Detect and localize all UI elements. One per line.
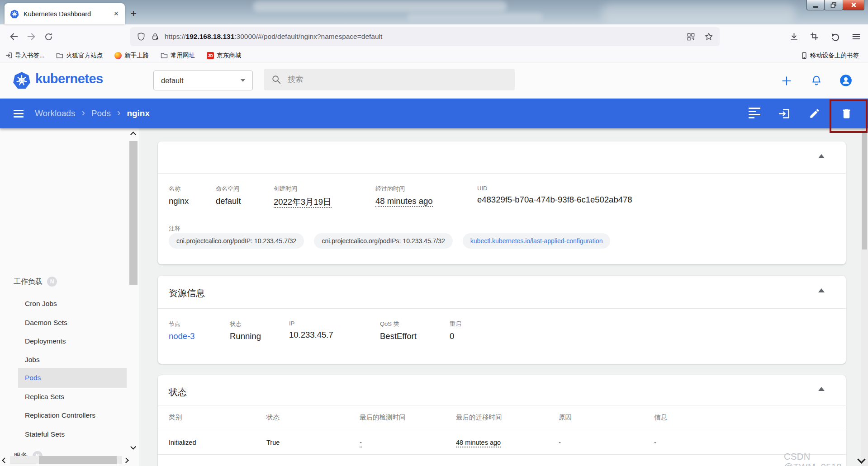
browser-tab[interactable]: Kubernetes Dashboard × (5, 3, 125, 24)
annotation-chip: cni.projectcalico.org/podIPs: 10.233.45.… (314, 233, 452, 249)
table-header-row: 类别 状态 最后的检测时间 最后的迁移时间 原因 信息 (158, 405, 846, 430)
bookmark-star-icon[interactable] (704, 32, 713, 41)
bookmark-label: 移动设备上的书签 (810, 52, 859, 60)
breadcrumb-workloads[interactable]: Workloads (35, 108, 75, 118)
app-menu-button[interactable] (849, 30, 863, 43)
firefox-icon (114, 52, 122, 59)
url-bar[interactable]: https://192.168.18.131:30000/#/pod/defau… (130, 27, 720, 46)
notifications-bell-icon[interactable] (811, 75, 822, 86)
search-box[interactable] (264, 69, 515, 90)
metadata-fields: 名称 nginx 命名空间 default 创建时间 2022年3月19日 经过… (169, 185, 632, 207)
screen: Kubernetes Dashboard × + (0, 0, 868, 466)
chevron-separator-icon: › (117, 107, 120, 119)
downloads-button[interactable] (787, 30, 801, 43)
bookmark-jd-mall[interactable]: JD 京东商城 (207, 52, 241, 60)
back-button[interactable] (7, 30, 21, 43)
search-icon (271, 75, 281, 85)
annotation-chip-link[interactable]: kubectl.kubernetes.io/last-applied-confi… (463, 233, 611, 249)
close-tab-icon[interactable]: × (113, 9, 119, 19)
forward-icon (26, 32, 36, 42)
close-window-button[interactable] (843, 0, 864, 10)
search-input[interactable] (288, 75, 487, 84)
reload-button[interactable] (42, 30, 55, 43)
page-scrollbar-thumb[interactable] (862, 132, 867, 249)
maximize-button[interactable] (824, 0, 843, 10)
folder-icon (56, 52, 63, 59)
field-creation-time: 创建时间 2022年3月19日 (274, 185, 375, 207)
bookmark-import[interactable]: 导入书签... (5, 52, 44, 60)
back-icon (9, 32, 19, 42)
sidebar-item-daemon-sets[interactable]: Daemon Sets (25, 317, 67, 328)
annotation-chip: cni.projectcalico.org/podIP: 10.233.45.7… (169, 233, 304, 249)
window-controls (807, 0, 864, 10)
field-restarts: 重启 0 (450, 320, 461, 341)
create-plus-icon[interactable] (781, 75, 792, 87)
sidebar-horizontal-scrollbar-thumb[interactable] (39, 456, 117, 464)
card-title: 状态 (169, 386, 187, 398)
metadata-card: 元数据 名称 nginx 命名空间 default 创建时间 2022年3月19… (158, 141, 846, 264)
qr-code-icon[interactable] (687, 33, 695, 41)
sidebar-group-workloads: 工作负载 N (14, 276, 57, 287)
minimize-icon (813, 6, 818, 8)
blurred-background-cloud (602, 4, 796, 23)
bookmark-folder-firefox-official[interactable]: 火狐官方站点 (56, 52, 103, 60)
namespaced-badge: N (47, 277, 57, 287)
field-ip: IP 10.233.45.7 (289, 320, 380, 341)
sidebar-toggle-hamburger-icon[interactable] (14, 110, 24, 119)
url-text: https://192.168.18.131:30000/#/pod/defau… (165, 33, 687, 41)
field-age: 经过的时间 48 minutes ago (375, 185, 477, 207)
sidebar-item-replica-sets[interactable]: Replica Sets (25, 391, 64, 402)
bookmark-getting-started[interactable]: 新手上路 (114, 52, 149, 60)
logs-button[interactable] (749, 108, 760, 118)
blurred-background-window (407, 13, 543, 21)
screenshot-crop-icon (810, 32, 819, 41)
bookmark-label: 导入书签... (15, 52, 44, 60)
annotations-chips: cni.projectcalico.org/podIP: 10.233.45.7… (169, 233, 610, 249)
field-status: 状态 Running (230, 320, 289, 341)
sidebar-vertical-scrollbar[interactable] (129, 141, 138, 285)
collapse-arrow-icon[interactable] (818, 288, 825, 292)
field-namespace: 命名空间 default (216, 185, 274, 207)
breadcrumb: Workloads › Pods › nginx (35, 99, 150, 128)
sidebar-item-jobs[interactable]: Jobs (25, 354, 40, 365)
breadcrumb-current: nginx (127, 108, 150, 118)
table-row: Initialized True - 48 minutes ago - - (158, 430, 846, 455)
namespace-select[interactable]: default (153, 71, 253, 90)
field-uid: UID e48329f5-b70a-474b-93f8-6c1e502ab478 (477, 185, 632, 207)
brand-wordmark[interactable]: kubernetes (35, 71, 103, 86)
edit-pencil-icon (809, 108, 821, 119)
node-link[interactable]: node-3 (169, 331, 195, 341)
history-restore-button[interactable] (829, 30, 842, 43)
kubernetes-favicon-icon (10, 9, 19, 19)
new-tab-button[interactable]: + (130, 7, 137, 20)
breadcrumb-pods[interactable]: Pods (91, 108, 111, 118)
divider (158, 173, 846, 174)
delete-highlight-annotation (830, 99, 868, 133)
bookmark-label: 火狐官方站点 (66, 52, 103, 60)
sidebar-item-stateful-sets[interactable]: Stateful Sets (25, 429, 65, 440)
sidebar-item-replication-controllers[interactable]: Replication Controllers (25, 410, 95, 421)
mobile-bookmarks[interactable]: 移动设备上的书签 (801, 52, 859, 60)
collapse-arrow-icon[interactable] (818, 387, 825, 391)
phone-icon (801, 52, 807, 59)
import-bookmarks-icon (5, 52, 12, 59)
screenshot-button[interactable] (808, 30, 821, 43)
download-icon (789, 32, 799, 42)
watermark: CSDN @TWM_0518 (784, 452, 868, 466)
minimize-button[interactable] (806, 0, 825, 10)
account-avatar-icon[interactable] (840, 74, 852, 87)
sidebar-item-cron-jobs[interactable]: Cron Jobs (25, 298, 57, 309)
bookmark-folder-common-sites[interactable]: 常用网址 (161, 52, 195, 60)
collapse-arrow-icon[interactable] (818, 154, 825, 158)
forward-button[interactable] (24, 30, 38, 43)
edit-button[interactable] (809, 108, 821, 121)
sidebar-item-pods[interactable]: Pods (25, 372, 41, 383)
resource-fields: 节点 node-3 状态 Running IP 10.233.45.7 QoS … (169, 320, 461, 341)
kubernetes-logo-icon[interactable] (13, 71, 31, 89)
jd-icon: JD (207, 52, 214, 59)
sidebar-item-deployments[interactable]: Deployments (25, 336, 66, 347)
sidebar-group-label: 工作负载 (14, 277, 43, 287)
logs-icon (749, 108, 760, 109)
exec-button[interactable] (778, 108, 791, 122)
card-title: 资源信息 (169, 287, 205, 299)
